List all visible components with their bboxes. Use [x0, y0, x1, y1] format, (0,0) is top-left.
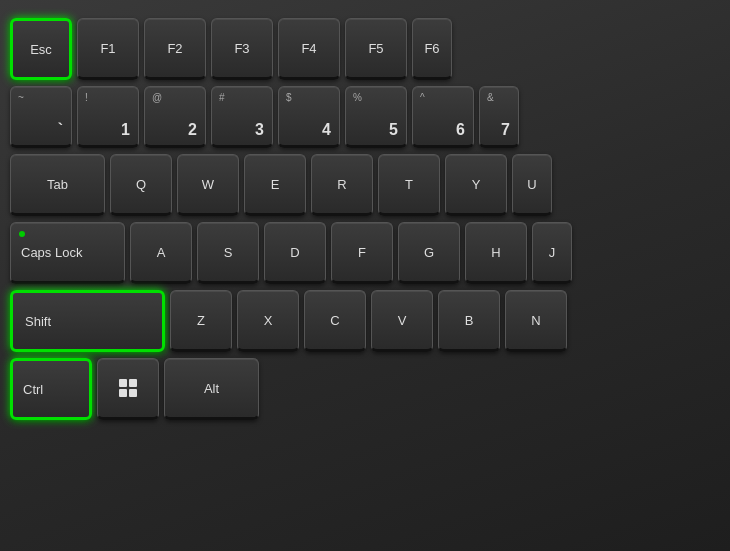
row-ctrl: CtrlAlt [10, 358, 720, 420]
key-7[interactable]: &7 [479, 86, 519, 148]
key-label: Tab [47, 177, 68, 192]
key-label: Z [197, 313, 205, 328]
keyboard: EscF1F2F3F4F5F6~`!1@2#3$4%5^6&7TabQWERTY… [0, 0, 730, 551]
key-a[interactable]: A [130, 222, 192, 284]
key-top-symbol: % [353, 92, 362, 103]
key-main-label: 2 [188, 121, 197, 139]
key-x[interactable]: X [237, 290, 299, 352]
key-4[interactable]: $4 [278, 86, 340, 148]
key-y[interactable]: Y [445, 154, 507, 216]
key-label: Ctrl [23, 382, 43, 397]
key-label: R [337, 177, 346, 192]
key-label: H [491, 245, 500, 260]
windows-icon [119, 379, 137, 397]
key-label: F4 [301, 41, 316, 56]
key-q[interactable]: Q [110, 154, 172, 216]
key-label: V [398, 313, 407, 328]
key-label: U [527, 177, 536, 192]
key-ctrl[interactable]: Ctrl [10, 358, 92, 420]
key-2[interactable]: @2 [144, 86, 206, 148]
key-tab[interactable]: Tab [10, 154, 105, 216]
key-main-label: 1 [121, 121, 130, 139]
key-label: F3 [234, 41, 249, 56]
key-tilde[interactable]: ~` [10, 86, 72, 148]
key-t[interactable]: T [378, 154, 440, 216]
key-f[interactable]: F [331, 222, 393, 284]
key-z[interactable]: Z [170, 290, 232, 352]
key-label: Y [472, 177, 481, 192]
key-top-symbol: # [219, 92, 225, 103]
key-main-label: 4 [322, 121, 331, 139]
key-j[interactable]: J [532, 222, 572, 284]
row-esc: EscF1F2F3F4F5F6 [10, 18, 720, 80]
key-label: F2 [167, 41, 182, 56]
key-top-symbol: & [487, 92, 494, 103]
key-f2[interactable]: F2 [144, 18, 206, 80]
key-label: F6 [424, 41, 439, 56]
key-top-symbol: @ [152, 92, 162, 103]
key-main-label: 7 [501, 121, 510, 139]
key-f4[interactable]: F4 [278, 18, 340, 80]
key-n[interactable]: N [505, 290, 567, 352]
key-v[interactable]: V [371, 290, 433, 352]
row-tab: TabQWERTYU [10, 154, 720, 216]
key-label: E [271, 177, 280, 192]
key-u[interactable]: U [512, 154, 552, 216]
key-main-label: 6 [456, 121, 465, 139]
key-label: X [264, 313, 273, 328]
key-d[interactable]: D [264, 222, 326, 284]
row-caps: Caps LockASDFGHJ [10, 222, 720, 284]
key-win[interactable] [97, 358, 159, 420]
key-h[interactable]: H [465, 222, 527, 284]
key-label: Esc [30, 42, 52, 57]
key-label: Alt [204, 381, 219, 396]
key-label: G [424, 245, 434, 260]
key-label: S [224, 245, 233, 260]
key-label: Caps Lock [21, 245, 82, 260]
key-label: B [465, 313, 474, 328]
key-label: N [531, 313, 540, 328]
row-numbers: ~`!1@2#3$4%5^6&7 [10, 86, 720, 148]
key-w[interactable]: W [177, 154, 239, 216]
key-6[interactable]: ^6 [412, 86, 474, 148]
key-3[interactable]: #3 [211, 86, 273, 148]
key-s[interactable]: S [197, 222, 259, 284]
key-label: A [157, 245, 166, 260]
key-label: D [290, 245, 299, 260]
key-label: F5 [368, 41, 383, 56]
key-c[interactable]: C [304, 290, 366, 352]
key-f5[interactable]: F5 [345, 18, 407, 80]
key-shift[interactable]: Shift [10, 290, 165, 352]
key-label: F [358, 245, 366, 260]
key-label: Q [136, 177, 146, 192]
key-f1[interactable]: F1 [77, 18, 139, 80]
row-shift: ShiftZXCVBN [10, 290, 720, 352]
caps-lock-indicator [19, 231, 25, 237]
key-caps[interactable]: Caps Lock [10, 222, 125, 284]
key-f3[interactable]: F3 [211, 18, 273, 80]
key-label: F1 [100, 41, 115, 56]
key-5[interactable]: %5 [345, 86, 407, 148]
key-alt[interactable]: Alt [164, 358, 259, 420]
key-top-symbol: ! [85, 92, 88, 103]
key-label: T [405, 177, 413, 192]
key-top-symbol: $ [286, 92, 292, 103]
key-main-label: ` [58, 121, 63, 139]
key-f6[interactable]: F6 [412, 18, 452, 80]
key-1[interactable]: !1 [77, 86, 139, 148]
key-label: J [549, 245, 556, 260]
key-esc[interactable]: Esc [10, 18, 72, 80]
key-top-symbol: ^ [420, 92, 425, 103]
key-label: C [330, 313, 339, 328]
key-label: Shift [25, 314, 51, 329]
key-r[interactable]: R [311, 154, 373, 216]
key-main-label: 5 [389, 121, 398, 139]
key-b[interactable]: B [438, 290, 500, 352]
key-e[interactable]: E [244, 154, 306, 216]
key-g[interactable]: G [398, 222, 460, 284]
key-main-label: 3 [255, 121, 264, 139]
key-top-symbol: ~ [18, 92, 24, 103]
key-label: W [202, 177, 214, 192]
